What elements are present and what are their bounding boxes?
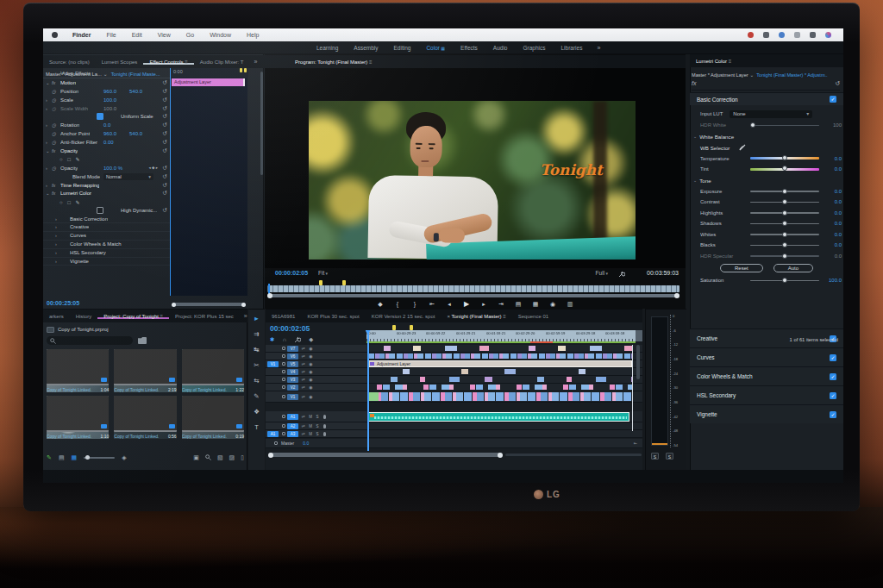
effect-row[interactable]: › Vignette ↺ [43, 258, 170, 266]
effect-motion[interactable]: ⌄ fx Motion ↺ [43, 78, 170, 87]
sync-lock-icon[interactable]: ⇌ [300, 385, 306, 390]
twirl-icon[interactable]: › [46, 122, 52, 128]
track-lane[interactable] [366, 384, 642, 391]
property-value[interactable]: 960.0 [103, 89, 116, 94]
find-icon[interactable] [205, 454, 211, 461]
panel-tab[interactable]: Effect Controls [143, 59, 193, 65]
track-target-button[interactable]: A3 [287, 431, 298, 437]
project-search-input[interactable] [47, 336, 133, 345]
effect-row[interactable]: Uniform Scale ↺ [43, 112, 170, 121]
project-clip[interactable]: Copy of Tonight Linked... 0:56 [114, 396, 176, 439]
lock-icon[interactable] [274, 441, 278, 445]
wifi-icon[interactable] [810, 32, 816, 38]
property-value[interactable]: 0.00 [103, 140, 114, 145]
menu-item[interactable]: View [150, 32, 178, 38]
timeline-horizontal-scrollbar[interactable] [269, 453, 502, 457]
track-target-button[interactable]: V2 [287, 385, 298, 391]
mute-button[interactable]: M [308, 424, 313, 428]
slider-knob[interactable] [782, 155, 787, 160]
property-value-2[interactable]: 540.0 [129, 131, 142, 136]
track-output-icon[interactable]: ◉ [308, 353, 314, 359]
V7[interactable]: V7 ⇌ ◉ [266, 345, 642, 353]
lock-icon[interactable] [282, 362, 285, 366]
linked-selection-icon[interactable]: ∩ [282, 336, 286, 343]
lock-icon[interactable] [282, 395, 285, 398]
effect-row[interactable]: › Creative ↺ [43, 223, 170, 232]
track-lane[interactable] [366, 422, 642, 429]
twirl-icon[interactable]: › [55, 259, 61, 264]
reset-icon[interactable]: ↺ [835, 80, 840, 87]
effect-row[interactable]: › ◷ Scale 100.0 ↺ [43, 96, 170, 104]
reset-icon[interactable]: ↺ [163, 97, 167, 103]
track-target-button[interactable]: A1 [287, 414, 298, 420]
menu-item[interactable]: Help [239, 32, 266, 38]
project-tab[interactable]: Project: Copy of Tonight [97, 314, 169, 319]
reset-icon[interactable]: ↺ [163, 165, 167, 172]
reset-icon[interactable]: ↺ [163, 79, 167, 86]
reset-icon[interactable]: ↺ [163, 147, 167, 154]
lumetri-section-row[interactable]: Curves ✓ [690, 347, 843, 366]
play-icon[interactable]: ▶ [461, 300, 472, 308]
settings-wrench-icon[interactable] [618, 271, 625, 278]
hand-tool[interactable]: ❖ [254, 408, 260, 416]
effect-row[interactable]: › ◷ Opacity 100.0 % ◂ ◆ ▸ ↺ [43, 164, 170, 172]
slider-knob[interactable] [750, 122, 755, 128]
slider-knob[interactable] [782, 232, 787, 237]
effect-row[interactable]: › Color Wheels & Match ↺ [43, 241, 170, 249]
effect-controls-mini-timeline[interactable]: 0:00 Adjustment Layer [170, 67, 247, 296]
sequence-tab[interactable]: KOR Plus 30 sec. spot [301, 314, 365, 319]
step-back-icon[interactable]: ◂ [444, 301, 454, 308]
twirl-icon[interactable]: › [55, 224, 61, 229]
stopwatch-icon[interactable]: ◷ [52, 140, 60, 145]
section-enabled-checkbox[interactable]: ✓ [830, 373, 836, 380]
menu-item[interactable]: Finder [65, 32, 98, 38]
add-marker-icon[interactable]: ◆ [375, 301, 385, 308]
twirl-icon[interactable]: › [46, 166, 52, 171]
clip-thumbnail[interactable] [47, 349, 109, 385]
clip-title[interactable]: Copy of Tonight Linked... [114, 434, 159, 439]
project-clip[interactable]: Copy of Tonight Linked... 0:19 [182, 396, 244, 439]
slider-knob[interactable] [782, 242, 787, 247]
source-patch[interactable]: V1 [267, 361, 279, 367]
saturation-slider[interactable]: Saturation 100.0 [692, 275, 842, 286]
tone-slider[interactable]: Contrast 0.0 [692, 197, 842, 208]
property-value-2[interactable]: 540.0 [129, 89, 142, 94]
reset-icon[interactable]: ↺ [163, 105, 167, 112]
tone-slider[interactable]: Whites 0.0 [692, 229, 842, 241]
track-output-icon[interactable]: ◉ [308, 385, 314, 390]
project-clip[interactable]: Copy of Tonight Linked... 1:04 [47, 349, 109, 392]
reset-icon[interactable]: ↺ [163, 122, 167, 128]
track-output-icon[interactable]: ◉ [308, 346, 314, 351]
solo-button[interactable]: S [666, 453, 673, 460]
list-view-icon[interactable]: ▤ [59, 454, 65, 461]
V1[interactable]: V1 ⇌ ◉ [266, 391, 642, 403]
program-scrubber[interactable] [267, 285, 679, 292]
project-writable-icon[interactable]: ✎ [47, 454, 52, 461]
wb-slider[interactable]: Tint 0.0 [692, 164, 842, 175]
apple-menu-icon[interactable] [52, 32, 58, 38]
lumetri-section-row[interactable]: HSL Secondary ✓ [690, 385, 843, 404]
tone-slider[interactable]: Shadows 0.0 [692, 218, 842, 229]
stopwatch-icon[interactable]: ◷ [52, 89, 60, 94]
stopwatch-icon[interactable]: fx [52, 148, 60, 153]
lock-icon[interactable] [282, 415, 285, 418]
solo-button[interactable]: S [315, 415, 320, 419]
status-icon[interactable] [779, 32, 785, 38]
project-clip[interactable]: Copy of Tonight Linked... 2:19 [114, 349, 176, 392]
new-bin-icon[interactable]: ▧ [217, 454, 223, 461]
twirl-icon[interactable]: › [46, 97, 52, 103]
workspace-tab[interactable]: Learning [309, 45, 346, 51]
clip-thumbnail[interactable] [47, 396, 109, 432]
V3[interactable]: V3 ⇌ ◉ [266, 376, 642, 384]
track-output-icon[interactable]: ◉ [308, 361, 314, 366]
lock-icon[interactable] [282, 385, 285, 389]
tone-slider[interactable]: Highlights 0.0 [692, 208, 842, 219]
lock-icon[interactable] [282, 424, 285, 428]
effect-row[interactable]: › Curves ↺ [43, 232, 170, 241]
snap-icon[interactable]: ✱ [270, 336, 274, 343]
reset-icon[interactable]: ↺ [163, 88, 167, 95]
mute-button[interactable]: M [308, 415, 313, 419]
sync-lock-icon[interactable]: ⇌ [300, 394, 306, 399]
sync-lock-icon[interactable]: ⇌ [300, 353, 306, 359]
property-value[interactable]: 100.0 [103, 106, 116, 111]
